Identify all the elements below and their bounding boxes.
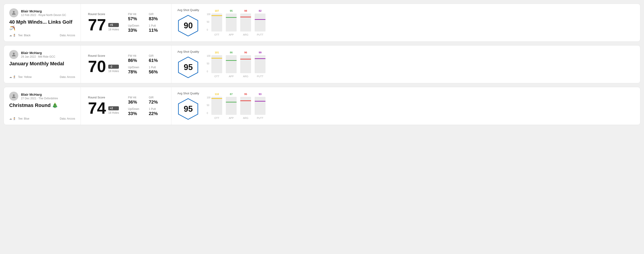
stat-fw-hit: FW Hit 86% <box>128 54 142 63</box>
gir-value: 72% <box>149 100 162 105</box>
y-label-100: 100 <box>206 96 210 99</box>
score-badge: +2 <box>108 106 119 110</box>
card-right: Avg Shot Quality 95 100 50 0 101 <box>172 45 640 83</box>
bar-group-app: 95 APP <box>226 9 236 36</box>
bar-label-app: APP <box>229 75 234 78</box>
stats-row-top: FW Hit 57% GIR 83% <box>128 13 164 21</box>
bar-group-arg: 96 ARG <box>240 51 251 78</box>
card-middle: Round Score 74 +2 18 Holes FW Hit 36% <box>81 87 171 125</box>
fw-hit-value: 86% <box>128 58 142 63</box>
oneputt-value: 22% <box>149 111 162 116</box>
score-holes: 18 Holes <box>108 111 119 114</box>
score-label: Round Score <box>88 54 119 57</box>
card-footer: ☁ 🏌 Tee: Yellow Data: Arccos <box>9 75 75 79</box>
bar-label-app: APP <box>229 117 234 119</box>
score-badge-col: +5 18 Holes <box>108 23 119 33</box>
avg-shot-quality-label: Avg Shot Quality <box>177 8 199 12</box>
gir-label: GIR <box>149 54 162 57</box>
player-info: Blair McHarg 29 Jan 2022 · Mill Ride GCC <box>21 51 55 58</box>
player-header: Blair McHarg 12 Feb 2022 · Royal North D… <box>9 8 75 17</box>
stats-row-bottom: Up/Down 33% 1 Putt 11% <box>128 24 164 33</box>
oneputt-label: 1 Putt <box>149 66 162 69</box>
tee-label: Tee: Black <box>18 34 30 37</box>
updown-value: 33% <box>128 111 142 116</box>
bar-value-app: 87 <box>230 93 232 96</box>
gir-label: GIR <box>149 13 162 16</box>
card-left: Blair McHarg 27 Dec 2021 · The Oxfordshi… <box>4 87 80 125</box>
oneputt-label: 1 Putt <box>149 24 162 27</box>
y-label-50: 50 <box>206 62 210 65</box>
bar-label-arg: ARG <box>243 117 248 119</box>
oneputt-value: 11% <box>149 28 162 33</box>
player-info: Blair McHarg 27 Dec 2021 · The Oxfordshi… <box>21 93 58 100</box>
data-source: Data: Arccos <box>60 117 75 120</box>
updown-value: 33% <box>128 28 142 33</box>
bar-value-ott: 101 <box>215 51 219 54</box>
bar-group-ott: 107 OTT <box>211 9 222 36</box>
updown-label: Up/Down <box>128 107 142 111</box>
weather-icon: ☁ <box>9 34 12 37</box>
card-left: Blair McHarg 12 Feb 2022 · Royal North D… <box>4 4 80 41</box>
avatar <box>9 50 18 59</box>
stats-section: FW Hit 36% GIR 72% Up/Down 33% 1 Putt <box>128 96 164 116</box>
score-section: Round Score 77 +5 18 Holes <box>88 12 119 33</box>
card-left: Blair McHarg 29 Jan 2022 · Mill Ride GCC… <box>4 45 80 83</box>
bar-label-ott: OTT <box>214 33 219 36</box>
fw-hit-label: FW Hit <box>128 96 142 99</box>
bar-value-ott: 110 <box>215 93 219 96</box>
hexagon-section: Avg Shot Quality 90 <box>177 8 200 37</box>
player-date: 27 Dec 2021 · The Oxfordshire <box>21 97 58 100</box>
bar-value-putt: 93 <box>259 93 262 96</box>
bar-group-ott: 101 OTT <box>211 51 222 78</box>
weather-icon: ☁ <box>9 75 12 79</box>
stat-updown: Up/Down 33% <box>128 107 142 116</box>
gir-value: 83% <box>149 16 162 21</box>
tee-icons: ☁ 🏌 <box>9 34 16 37</box>
hexagon-section: Avg Shot Quality 95 <box>177 92 200 120</box>
card-right: Avg Shot Quality 90 100 50 0 107 <box>172 4 640 41</box>
golf-bag-icon: 🏌 <box>13 34 16 37</box>
weather-icon: ☁ <box>9 117 12 120</box>
hexagon: 95 <box>177 56 200 79</box>
fw-hit-label: FW Hit <box>128 13 142 16</box>
score-badge-col: +2 18 Holes <box>108 106 119 116</box>
avatar <box>9 92 18 101</box>
stats-row-top: FW Hit 36% GIR 72% <box>128 96 164 105</box>
bar-group-arg: 95 ARG <box>240 93 251 119</box>
svg-point-4 <box>13 94 15 96</box>
oneputt-label: 1 Putt <box>149 107 162 111</box>
bar-value-arg: 95 <box>244 93 247 96</box>
bar-label-putt: PUTT <box>257 117 264 119</box>
y-label-0: 0 <box>206 70 210 73</box>
gir-label: GIR <box>149 96 162 99</box>
bar-label-putt: PUTT <box>257 75 264 78</box>
score-number: 70 <box>88 58 106 75</box>
stats-row-bottom: Up/Down 78% 1 Putt 56% <box>128 66 164 75</box>
score-badge: +5 <box>108 23 119 27</box>
bar-group-putt: 82 PUTT <box>255 9 266 36</box>
golf-bag-icon: 🏌 <box>13 75 16 79</box>
score-row: 70 -2 18 Holes <box>88 58 119 75</box>
bar-group-app: 86 APP <box>226 51 236 78</box>
bar-value-arg: 98 <box>244 9 247 12</box>
bar-chart-section: 100 50 0 107 OTT 95 APP <box>206 9 635 36</box>
round-card-round-1: Blair McHarg 12 Feb 2022 · Royal North D… <box>4 3 640 42</box>
stats-section: FW Hit 86% GIR 61% Up/Down 78% 1 Putt <box>128 54 164 75</box>
fw-hit-label: FW Hit <box>128 54 142 57</box>
card-right: Avg Shot Quality 95 100 50 0 110 <box>172 87 640 125</box>
score-section: Round Score 70 -2 18 Holes <box>88 54 119 75</box>
score-number: 74 <box>88 100 106 116</box>
player-name: Blair McHarg <box>21 9 66 13</box>
stat-fw-hit: FW Hit 57% <box>128 13 142 21</box>
hexagon: 95 <box>177 98 200 120</box>
bar-group-ott: 110 OTT <box>211 93 222 119</box>
stats-row-top: FW Hit 86% GIR 61% <box>128 54 164 63</box>
svg-point-0 <box>13 11 15 13</box>
y-label-0: 0 <box>206 29 210 31</box>
player-name: Blair McHarg <box>21 93 58 96</box>
bar-value-app: 95 <box>230 9 232 12</box>
svg-point-2 <box>13 53 15 54</box>
stat-oneputt: 1 Putt 11% <box>149 24 162 33</box>
score-holes: 18 Holes <box>108 28 119 31</box>
round-title: Christmas Round 🎄 <box>9 103 75 108</box>
